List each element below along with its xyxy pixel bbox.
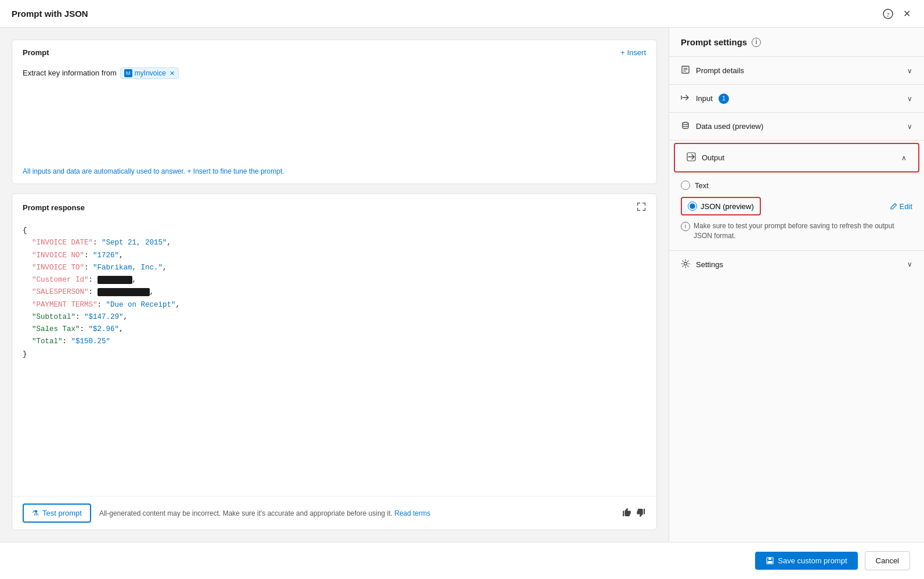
insert-plus: + (620, 48, 625, 57)
save-custom-prompt-button[interactable]: Save custom prompt (755, 552, 857, 570)
json-preview-box: JSON (preview) (681, 197, 761, 215)
output-body: Text JSON (preview) (669, 175, 924, 250)
prompt-spacer (12, 98, 656, 167)
close-icon[interactable]: ✕ (901, 8, 912, 20)
title-bar-icons: ? ✕ (882, 8, 912, 20)
prompt-label: Prompt (23, 48, 49, 57)
help-icon[interactable]: ? (882, 8, 894, 20)
prompt-details-icon (681, 65, 690, 76)
tag-pill: M myInvoice ✕ (120, 67, 179, 79)
svg-rect-3 (637, 203, 638, 206)
response-header: Prompt response (12, 194, 656, 219)
accordion-prompt-details: Prompt details ∨ (669, 56, 924, 84)
output-section: Output ∧ Text JSON (669, 140, 924, 250)
info-note: i Make sure to test your prompt before s… (681, 221, 912, 241)
response-card: Prompt response { (12, 193, 657, 530)
response-footer: ⚗ Test prompt All-generated content may … (12, 496, 656, 530)
cancel-button[interactable]: Cancel (865, 551, 910, 570)
accordion-data-used: Data used (preview) ∨ (669, 112, 924, 140)
insert-label: Insert (627, 48, 646, 57)
title-bar: Prompt with JSON ? ✕ (0, 0, 924, 28)
input-chevron: ∨ (907, 95, 912, 103)
radio-text[interactable] (681, 181, 690, 190)
accordion-input-header[interactable]: Input 1 ∨ (669, 85, 924, 112)
svg-rect-5 (645, 203, 645, 206)
accordion-prompt-details-header[interactable]: Prompt details ∨ (669, 57, 924, 84)
svg-rect-19 (768, 558, 771, 560)
disclaimer-text: All-generated content may be incorrect. … (99, 509, 613, 517)
svg-rect-7 (637, 208, 638, 211)
insert-button[interactable]: + Insert (620, 48, 646, 57)
info-note-text: Make sure to test your prompt before sav… (694, 221, 912, 241)
data-used-label: Data used (preview) (696, 122, 763, 131)
output-label: Output (702, 153, 724, 162)
settings-title: Prompt settings i (669, 37, 924, 56)
tag-label: myInvoice (135, 69, 166, 77)
left-panel: Prompt + Insert Extract key information … (0, 28, 669, 542)
main-content: Prompt + Insert Extract key information … (0, 28, 924, 542)
svg-text:?: ? (887, 10, 890, 17)
bottom-bar: Save custom prompt Cancel (0, 542, 924, 579)
json-row: JSON (preview) Edit (681, 197, 912, 215)
prompt-hint: All inputs and data are automatically us… (12, 167, 656, 184)
info-note-icon: i (681, 222, 690, 231)
json-preview-item: JSON (preview) (681, 197, 761, 215)
prompt-body: Extract key information from M myInvoice… (12, 63, 656, 98)
settings-label: Settings (696, 260, 723, 269)
flask-icon: ⚗ (32, 509, 39, 517)
accordion-input: Input 1 ∨ (669, 84, 924, 112)
svg-rect-9 (645, 208, 645, 211)
read-terms-link[interactable]: Read terms (395, 509, 431, 517)
right-panel: Prompt settings i Prompt det (669, 28, 924, 542)
svg-point-15 (683, 123, 688, 125)
insert-fine-tune-link[interactable]: + Insert to fine tune the prompt. (187, 167, 284, 175)
data-used-icon (681, 121, 690, 132)
accordion-settings-header[interactable]: Settings ∨ (669, 251, 924, 278)
edit-label: Edit (900, 202, 912, 211)
accordion-settings: Settings ∨ (669, 250, 924, 278)
save-label: Save custom prompt (778, 556, 847, 565)
feedback-icons (622, 508, 646, 519)
cancel-label: Cancel (876, 556, 899, 565)
thumbup-icon[interactable] (622, 508, 631, 519)
tag-icon: M (124, 69, 132, 77)
settings-info-icon[interactable]: i (752, 38, 761, 47)
settings-title-text: Prompt settings (681, 37, 747, 47)
input-icon (681, 93, 690, 104)
radio-json-label: JSON (preview) (701, 202, 754, 211)
prompt-text: Extract key information from (23, 67, 117, 79)
svg-point-17 (684, 262, 687, 265)
test-prompt-button[interactable]: ⚗ Test prompt (23, 504, 91, 523)
output-header[interactable]: Output ∧ (674, 143, 919, 172)
prompt-header: Prompt + Insert (12, 40, 656, 63)
input-badge: 1 (719, 93, 729, 104)
settings-gear-icon (681, 259, 690, 270)
test-prompt-label: Test prompt (42, 509, 82, 517)
response-body: { "INVOICE DATE": "Sept 21, 2015", "INVO… (12, 219, 656, 496)
output-icon (687, 152, 696, 163)
radio-json[interactable] (688, 202, 697, 211)
data-used-chevron: ∨ (907, 123, 912, 131)
thumbdown-icon[interactable] (636, 508, 646, 519)
svg-rect-20 (768, 561, 773, 563)
edit-button[interactable]: Edit (890, 202, 912, 211)
radio-text-label: Text (695, 181, 709, 190)
tag-close[interactable]: ✕ (169, 70, 175, 77)
settings-chevron: ∨ (907, 260, 912, 268)
prompt-details-chevron: ∨ (907, 67, 912, 75)
prompt-details-label: Prompt details (696, 66, 744, 75)
accordion-data-used-header[interactable]: Data used (preview) ∨ (669, 113, 924, 140)
window-title: Prompt with JSON (12, 9, 88, 19)
response-label: Prompt response (23, 203, 85, 212)
expand-icon[interactable] (637, 202, 646, 213)
prompt-card: Prompt + Insert Extract key information … (12, 39, 657, 184)
radio-group: Text JSON (preview) (681, 181, 912, 215)
radio-text-item[interactable]: Text (681, 181, 912, 190)
input-label: Input (696, 94, 713, 103)
output-chevron: ∧ (901, 154, 907, 162)
